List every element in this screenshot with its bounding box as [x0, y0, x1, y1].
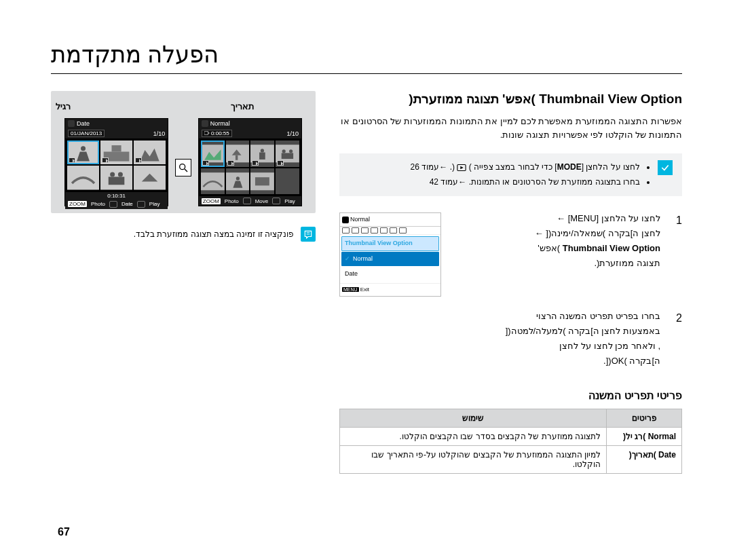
video-icon	[69, 157, 75, 163]
prereq-tipbox: לחצו על הלחצן [MODE] כדי לבחור במצב צפיי…	[339, 153, 682, 196]
menu-tab-active: Thumbnail View Option	[341, 236, 439, 250]
svg-point-3	[81, 146, 86, 151]
svg-line-17	[185, 169, 187, 172]
tip-line-2: בחרו בתצוגה ממוזערת של הסרטונים או התמונ…	[349, 175, 640, 190]
tip-line-1: לחצו על הלחצן [MODE] כדי לבחור במצב צפיי…	[349, 160, 640, 175]
timecode: 0:10:31	[65, 192, 168, 200]
lcd-date-view: Date 01/JAN/2013 1/10	[64, 118, 168, 206]
svg-rect-27	[259, 153, 265, 160]
magnify-icon	[175, 159, 191, 176]
menu-screenshot: Normal Thumbnail View Option ✓Normal	[339, 212, 441, 297]
menu-opt-date[interactable]: Date	[341, 267, 439, 281]
svg-rect-18	[204, 132, 208, 135]
svg-point-16	[180, 164, 185, 170]
svg-rect-13	[109, 177, 125, 185]
step-number: 1	[670, 211, 682, 297]
thumb-mode-icon	[342, 217, 349, 223]
svg-marker-19	[208, 132, 209, 134]
caption-normal: רגיל	[3, 101, 122, 111]
thumb-mode-icon	[68, 120, 75, 127]
menu-footer: MENUExit	[340, 283, 440, 296]
svg-rect-6	[112, 145, 121, 151]
caption-date: תאריך	[183, 101, 302, 111]
svg-point-29	[282, 149, 286, 153]
thumbnail-selected[interactable]	[67, 141, 99, 164]
footnote: פונקציה זו זמינה במצה תצוגה ממוזערת בלבד…	[51, 227, 316, 242]
step-number: 2	[670, 309, 682, 369]
svg-rect-36	[255, 177, 269, 185]
step-1: 1 לחצו על הלחצן [MENU] ← לחצן ה]בקרה )שמ…	[339, 211, 682, 297]
col-items: פריטים	[607, 409, 682, 428]
menu-opt-normal[interactable]: ✓Normal	[341, 252, 439, 266]
table-row: Normal )רג יל( לתצוגה ממוזערת של הקבצים …	[340, 428, 682, 446]
submenu-heading: פריטי תפריט המשנה	[339, 389, 682, 402]
step-2: 2 בחרו בפריט תפריט המשנה הרצוי באמצעות ל…	[339, 309, 682, 369]
svg-marker-1	[461, 166, 464, 169]
svg-rect-31	[282, 153, 293, 159]
svg-point-11	[110, 172, 115, 177]
col-use: שימוש	[340, 409, 607, 428]
section-description: אפשרות התצוגה הממוזערת מאפשרת לכם למיין …	[339, 115, 682, 141]
note-icon	[301, 227, 316, 242]
svg-point-26	[261, 149, 264, 152]
svg-point-30	[289, 149, 293, 153]
lcd-normal-view: Normal 0:00:55 1/10	[198, 118, 302, 206]
table-row: Date )תאריך( למיון התצוגה הממוזערת של הק…	[340, 446, 682, 474]
thumb-mode-icon	[202, 120, 208, 127]
preview-panel: תאריך רגיל Date 01/JAN/2013 1/10	[51, 91, 316, 213]
page-number: 67	[58, 526, 70, 538]
thumbnail-selected[interactable]	[201, 141, 225, 167]
check-icon	[658, 160, 673, 175]
svg-point-12	[118, 172, 123, 177]
svg-rect-24	[236, 155, 238, 160]
svg-point-34	[236, 176, 239, 180]
page-title: הפעלה מתקדמת	[51, 41, 682, 74]
submenu-table: פריטים שימוש Normal )רג יל( לתצוגה ממוזע…	[339, 409, 682, 474]
section-heading: Thumbnail View Option )אפש' תצוגה ממוזער…	[339, 91, 682, 107]
